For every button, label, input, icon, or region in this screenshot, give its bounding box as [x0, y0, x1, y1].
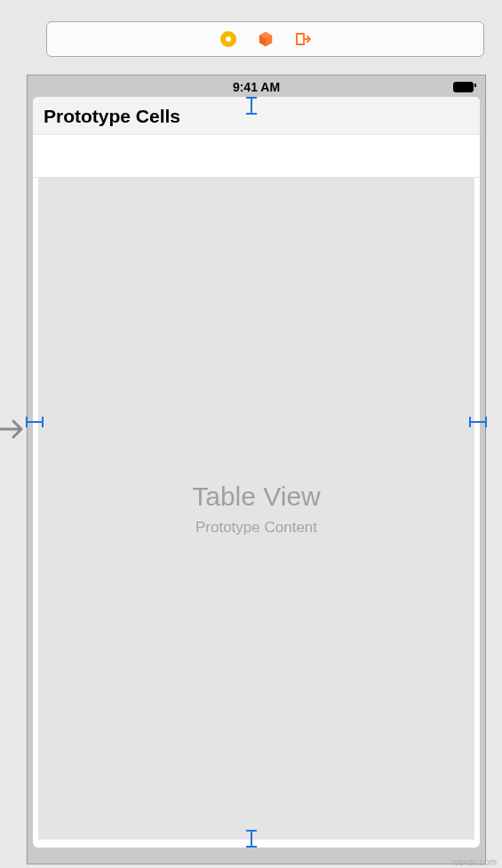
resize-handle-right-icon[interactable]: [468, 416, 488, 432]
storyboard-cube-icon[interactable]: [257, 30, 275, 48]
battery-icon: [453, 80, 476, 92]
first-responder-icon[interactable]: [219, 30, 237, 48]
scene-toolbar: [46, 21, 484, 57]
svg-rect-1: [298, 35, 303, 44]
resize-handle-left-icon[interactable]: [25, 416, 44, 432]
table-view-title: Table View: [192, 482, 321, 512]
resize-handle-bottom-icon[interactable]: [245, 829, 258, 852]
resize-handle-top-icon[interactable]: [245, 96, 258, 119]
screen[interactable]: Prototype Cells Table View Prototype Con…: [33, 97, 480, 848]
table-view[interactable]: Table View Prototype Content: [38, 178, 474, 840]
exit-icon[interactable]: [294, 30, 312, 48]
prototype-cell[interactable]: [33, 135, 480, 178]
watermark: wsxdn.com: [452, 857, 497, 867]
table-view-subtitle: Prototype Content: [195, 519, 317, 537]
status-time: 9:41 AM: [233, 80, 280, 94]
device-frame: 9:41 AM Prototype Cells Table View Proto…: [27, 75, 486, 864]
status-bar: 9:41 AM: [28, 76, 485, 98]
